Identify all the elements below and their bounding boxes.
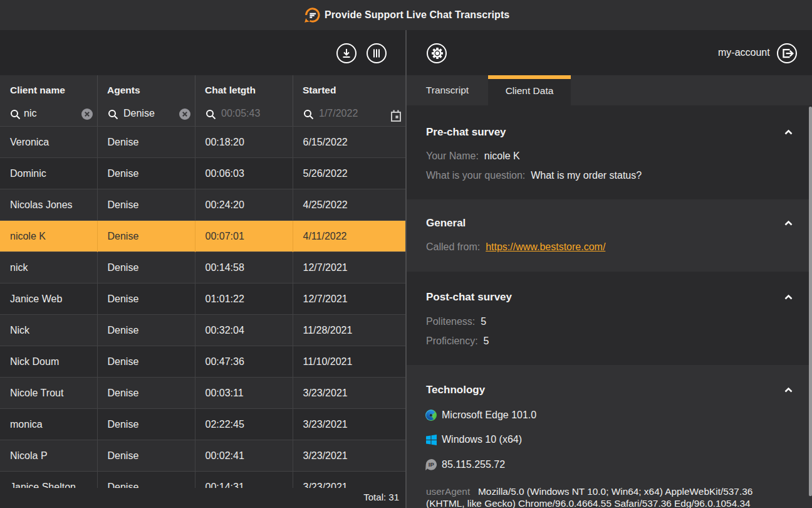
svg-text:IP: IP	[429, 461, 435, 468]
